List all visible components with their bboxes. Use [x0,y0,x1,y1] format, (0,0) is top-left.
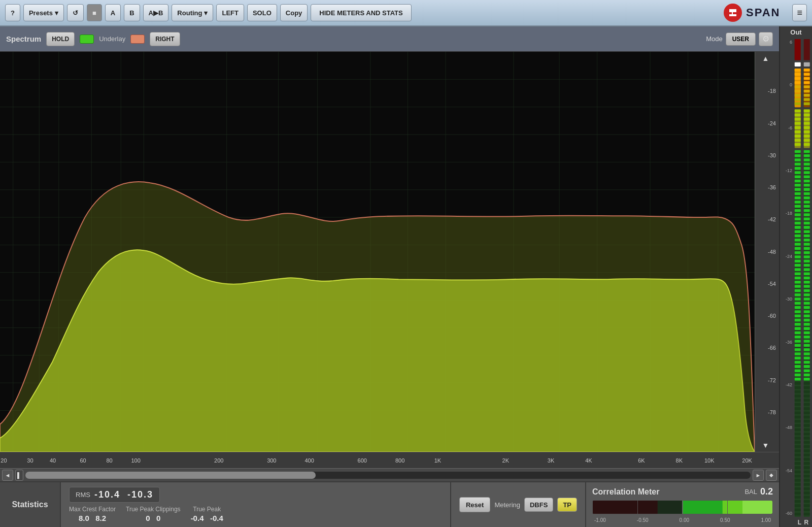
svg-rect-49 [795,85,801,88]
svg-rect-106 [795,323,801,326]
bottom-scrollbar: ◄ ▌ ► ◆ [0,468,779,481]
menu-button[interactable]: ≡ [792,4,807,21]
vu-neg60: -60 [782,511,792,516]
reset-button[interactable]: Reset [459,497,490,512]
svg-rect-259 [803,504,809,507]
vu-neg48: -48 [782,425,792,430]
scroll-right-button[interactable]: ► [753,470,764,481]
scroll-handle[interactable]: ▌ [15,470,23,481]
svg-rect-87 [795,243,801,246]
pink-indicator[interactable] [130,35,145,44]
svg-rect-192 [803,222,809,225]
svg-rect-35 [723,501,742,514]
svg-rect-197 [803,243,809,246]
a-button[interactable]: A [105,4,121,21]
scroll-thumb[interactable] [25,472,316,479]
hide-meters-button[interactable]: HIDE METERS AND STATS [311,4,411,21]
presets-button[interactable]: Presets ▾ [23,4,64,21]
correlation-scale: -1.00 -0.50 0.00 0.50 1.00 [592,517,773,523]
metering-area: Reset Metering DBFS TP [450,482,586,527]
svg-rect-89 [795,251,801,254]
db-up-arrow[interactable]: ▲ [755,55,779,62]
green-indicator[interactable] [80,35,94,44]
svg-rect-96 [795,281,801,284]
scroll-track[interactable] [25,472,751,479]
main-content: Spectrum HOLD Underlay RIGHT Mode USER ⚙ [0,26,812,527]
svg-rect-36 [742,501,772,514]
svg-rect-97 [795,285,801,288]
svg-rect-244 [803,441,809,444]
right-panel: Out 6 0 -6 -12 -18 -24 -30 -36 -42 -48 -… [779,26,812,527]
svg-rect-128 [795,416,801,419]
reset-ab-button[interactable]: ↺ [67,4,84,21]
db-18: -18 [755,88,779,94]
bal-value: 0.2 [760,486,773,497]
svg-rect-241 [803,429,809,432]
svg-rect-183 [803,184,809,187]
routing-button[interactable]: Routing ▾ [172,4,213,21]
gear-button[interactable]: ⚙ [759,32,773,46]
mode-area: Mode USER ⚙ [706,32,773,46]
max-crest-values: 8.0 8.2 [79,514,106,522]
svg-rect-232 [803,390,809,393]
svg-rect-76 [795,196,801,200]
spectrum-display[interactable]: ▲ -18 -24 -30 -36 -42 -48 -54 -60 -66 -7… [0,52,779,452]
db-54: -54 [755,281,779,287]
svg-rect-132 [795,433,801,436]
solo-button[interactable]: SOLO [247,4,277,21]
db-42: -42 [755,217,779,222]
svg-rect-177 [803,158,809,161]
dbfs-button[interactable]: DBFS [524,498,553,512]
svg-rect-60 [795,130,801,134]
svg-rect-247 [803,453,809,456]
ab-button[interactable]: A▶B [143,4,169,21]
svg-rect-234 [803,399,809,402]
svg-rect-59 [795,126,801,129]
statistics-content: RMS -10.4 -10.3 Max Crest Factor 8.0 8.2 [61,482,450,527]
freq-axis: 20 30 40 60 80 100 200 300 400 600 800 1… [0,452,779,468]
svg-rect-236 [803,407,809,410]
vu-0: 0 [782,83,792,87]
b-button[interactable]: B [124,4,140,21]
tp-button[interactable]: TP [557,498,577,512]
svg-rect-257 [803,496,809,499]
svg-rect-111 [795,344,801,347]
left-button[interactable]: LEFT [216,4,244,21]
freq-200: 200 [214,457,223,464]
svg-rect-160 [803,90,809,93]
true-peak-clip-values: 0 0 [146,514,160,522]
svg-rect-56 [795,114,801,117]
svg-rect-165 [803,109,809,112]
copy-button[interactable]: Copy [280,4,308,21]
max-crest-label: Max Crest Factor [69,506,116,513]
svg-rect-222 [803,348,809,351]
correlation-bal-area: BAL 0.2 [745,486,773,497]
svg-rect-70 [795,171,801,174]
right-button[interactable]: RIGHT [150,32,180,46]
freq-8k: 8K [676,457,683,464]
hold-button[interactable]: HOLD [46,32,75,46]
svg-rect-152 [803,39,809,60]
svg-rect-155 [803,69,809,72]
svg-rect-91 [795,260,801,263]
svg-rect-235 [803,403,809,406]
scroll-left-button[interactable]: ◄ [2,470,13,481]
freq-40: 40 [50,457,56,464]
freq-300: 300 [267,457,276,464]
zoom-reset-button[interactable]: ◆ [766,470,777,481]
svg-rect-41 [795,39,801,60]
vu-neg30: -30 [782,297,792,302]
db-48: -48 [755,249,779,255]
freq-10k: 10K [704,457,715,464]
mode-button[interactable]: USER [726,32,756,46]
correlation-area: Correlation Meter BAL 0.2 [586,482,779,527]
svg-rect-69 [795,167,801,170]
state-button[interactable]: ■ [87,4,102,21]
svg-rect-122 [795,390,801,393]
svg-rect-161 [803,94,809,97]
help-button[interactable]: ? [5,4,20,21]
statistics-label: Statistics [0,482,61,527]
db-down-arrow[interactable]: ▼ [755,442,779,449]
corr-tick-neg50: -0.50 [637,517,649,523]
vu-neg54: -54 [782,469,792,473]
